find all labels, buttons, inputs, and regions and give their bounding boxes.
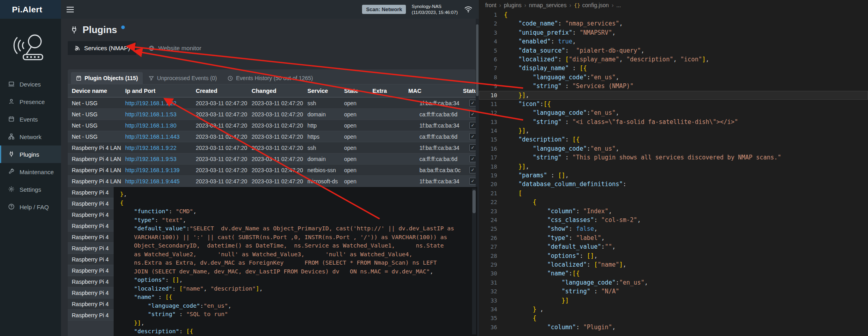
sidebar-item-maintenance[interactable]: Maintenance (0, 163, 61, 181)
line-content[interactable]: "localized": ["name"], (497, 260, 626, 269)
line-content[interactable]: { (497, 10, 508, 19)
table-row[interactable]: Net - USGhttp://192.168.1.1:4432023-03-1… (68, 131, 476, 142)
network-activity-icon[interactable] (464, 6, 472, 13)
table-row[interactable]: Net - USGhttp://192.168.1.1:802023-03-11… (68, 120, 476, 131)
sidebar-item-plugins[interactable]: Plugins (0, 145, 61, 163)
ip-port-link[interactable]: http://192.168.1.1:22 (125, 100, 176, 106)
ip-port-link[interactable]: http://192.168.1.9:445 (125, 178, 179, 185)
col-header-created[interactable]: Created (196, 88, 252, 94)
table-row[interactable]: Raspberry Pi 4 LANhttp://192.168.1.9:532… (68, 153, 476, 165)
tab-website-monitor[interactable]: Website monitor (142, 41, 208, 55)
line-content[interactable]: }], (497, 91, 529, 100)
row-checkbox[interactable]: ✓ (469, 122, 476, 129)
sidebar-item-help-faq[interactable]: Help / FAQ (0, 198, 61, 216)
line-content[interactable]: "data_source": "pialert-db-query", (497, 46, 644, 55)
line-content[interactable]: } , (497, 305, 543, 314)
cell-ip-port: http://192.168.1.1:53 (125, 111, 196, 118)
col-header-device-name[interactable]: Device name (72, 88, 125, 94)
line-content[interactable]: "type": "label", (497, 234, 605, 242)
row-checkbox[interactable]: ✓ (469, 111, 476, 118)
line-content[interactable]: "css_classes": "col-sm-2", (497, 216, 641, 224)
line-content[interactable]: { (497, 198, 536, 206)
line-content[interactable]: "options": [], (497, 252, 598, 260)
sidebar-item-network[interactable]: Network (0, 128, 61, 145)
table-row[interactable]: Raspberry Pi 4 LANhttp://192.168.1.9:139… (68, 165, 476, 176)
line-content[interactable]: "name":[{ (497, 269, 580, 278)
col-header-extra[interactable]: Extra (372, 88, 408, 94)
cell-mac: ca:ff:ff:ca:ba:6d (408, 134, 463, 140)
line-content[interactable]: "icon":[{ (497, 100, 551, 108)
ip-port-link[interactable]: http://192.168.1.1:80 (125, 122, 176, 129)
ip-port-link[interactable]: http://192.168.1.9:22 (125, 145, 176, 151)
line-content[interactable]: "string" : "This plugin shows all servic… (497, 153, 781, 162)
subtab-events-history-50-out-of-1265[interactable]: Events History (50 out of 1265) (222, 72, 318, 84)
col-header-mac[interactable]: MAC (408, 88, 463, 94)
row-checkbox[interactable]: ✓ (469, 178, 476, 185)
overlay-scrollbar-thumb[interactable] (472, 190, 476, 213)
col-header-status[interactable]: Status (463, 88, 476, 94)
line-content[interactable]: "enabled": true, (497, 37, 576, 46)
col-header-changed[interactable]: Changed (252, 88, 307, 94)
line-content[interactable]: }] (497, 296, 569, 305)
row-checkbox[interactable]: ✓ (469, 144, 476, 151)
editor-code-area[interactable]: 1{2 "code_name": "nmap_services",3 "uniq… (479, 10, 868, 332)
ip-port-link[interactable]: http://192.168.1.1:443 (125, 134, 179, 140)
breadcrumb-item-config-json[interactable]: {}config.json (574, 2, 609, 8)
line-content[interactable]: "language_code":"en_us", (497, 73, 619, 82)
line-content[interactable]: "unique_prefix": "NMAPSRV", (497, 28, 616, 37)
row-checkbox[interactable]: ✓ (469, 155, 476, 162)
col-header-state[interactable]: State (344, 88, 372, 94)
table-row[interactable]: Raspberry Pi 4 LANhttp://192.168.1.9:222… (68, 142, 476, 153)
overlay-scrollbar[interactable] (472, 189, 476, 334)
hamburger-menu-icon[interactable] (61, 0, 79, 19)
line-content[interactable]: "params" : [], (497, 171, 569, 180)
line-number: 35 (479, 314, 497, 322)
table-row[interactable]: Raspberry Pi 4 LANhttp://192.168.1.9:445… (68, 176, 476, 187)
col-header-service[interactable]: Service (307, 88, 344, 94)
editor-line: 8 "language_code":"en_us", (479, 73, 868, 82)
sidebar-item-events[interactable]: Events (0, 110, 61, 128)
line-content[interactable]: "language_code":"en_us", (497, 278, 648, 287)
app-logo[interactable]: Pi.Alert (0, 0, 61, 19)
breadcrumb-item-plugins[interactable]: plugins (504, 2, 522, 8)
sidebar-item-presence[interactable]: Presence (0, 93, 61, 110)
breadcrumb-item-front[interactable]: front (485, 2, 496, 8)
line-content[interactable]: "string" : "<i class=\"fa-solid fa-satel… (497, 118, 738, 126)
code-editor[interactable]: front›plugins›nmap_services›{}config.jso… (479, 0, 868, 336)
line-content[interactable]: "language_code":"en_us", (497, 144, 619, 153)
line-content[interactable]: "default_value":"", (497, 242, 616, 251)
row-checkbox[interactable]: ✓ (469, 167, 476, 173)
subtab-plugin-objects-115[interactable]: Plugin Objects (115) (71, 72, 143, 84)
ip-port-link[interactable]: http://192.168.1.9:53 (125, 156, 176, 162)
ip-port-link[interactable]: http://192.168.1.9:139 (125, 167, 179, 173)
line-content[interactable]: [ (497, 189, 522, 198)
line-content[interactable]: "string" : "Services (NMAP)" (497, 82, 634, 90)
line-content[interactable]: "show": false, (497, 224, 598, 233)
sidebar-item-devices[interactable]: Devices (0, 75, 61, 93)
table-row[interactable]: Net - USGhttp://192.168.1.1:222023-03-11… (68, 98, 476, 109)
line-content[interactable]: }], (497, 126, 529, 135)
subtab-unprocessed-events-0[interactable]: Unprocessed Events (0) (144, 72, 222, 84)
col-header-ip-and-port[interactable]: Ip and Port (125, 88, 196, 94)
row-checkbox[interactable]: ✓ (469, 100, 476, 106)
line-content[interactable]: "column": "Plugin", (497, 323, 616, 332)
line-content[interactable]: { (497, 314, 536, 322)
line-number: 1 (479, 10, 497, 19)
row-checkbox[interactable]: ✓ (469, 133, 476, 140)
line-content[interactable]: "column": "Index", (497, 207, 612, 216)
line-content[interactable]: }], (497, 162, 529, 171)
line-content[interactable]: "database_column_definitions": (497, 180, 626, 189)
table-row[interactable]: Net - USGhttp://192.168.1.1:532023-03-11… (68, 109, 476, 120)
line-content[interactable]: "language_code":"en_us", (497, 108, 619, 117)
line-content[interactable]: "localized": ["display_name", "descripti… (497, 55, 709, 64)
line-content[interactable]: "code_name": "nmap_services", (497, 19, 623, 28)
line-content[interactable]: "display_name" : [{ (497, 64, 587, 73)
app-scrollbar-thumb[interactable] (476, 24, 478, 96)
sidebar-item-settings[interactable]: Settings (0, 181, 61, 198)
line-content[interactable]: "string" : "N/A" (497, 287, 619, 296)
ip-port-link[interactable]: http://192.168.1.1:53 (125, 111, 176, 118)
tab-services-nmap[interactable]: Services (NMAP) (68, 41, 136, 55)
breadcrumb-item-nmap-services[interactable]: nmap_services (529, 2, 567, 8)
line-content[interactable]: "description": [{ (497, 135, 580, 144)
breadcrumb-item-[interactable]: ... (616, 2, 621, 8)
